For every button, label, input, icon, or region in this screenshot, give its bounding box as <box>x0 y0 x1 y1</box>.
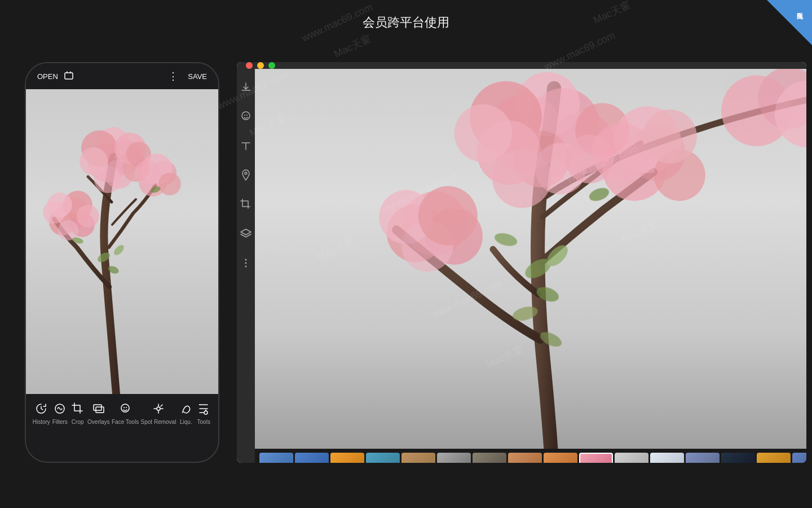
desktop-main-image <box>255 69 806 449</box>
svg-point-9 <box>47 192 72 217</box>
desktop-top-bar <box>237 62 806 69</box>
traffic-lights <box>246 62 275 69</box>
desktop-filmstrip <box>255 449 806 463</box>
filmstrip-item[interactable] <box>508 453 542 463</box>
filmstrip-item[interactable] <box>544 453 577 463</box>
svg-rect-0 <box>65 73 73 79</box>
svg-point-60 <box>492 148 551 208</box>
svg-rect-31 <box>94 405 102 410</box>
svg-point-79 <box>418 186 478 246</box>
sidebar-more-icon[interactable] <box>237 254 255 272</box>
svg-point-46 <box>245 266 247 268</box>
filmstrip-item[interactable] <box>295 453 329 463</box>
svg-point-23 <box>158 173 181 195</box>
filmstrip-item[interactable] <box>757 453 791 463</box>
mobile-panel: OPEN ⋮ SAVE <box>25 62 219 463</box>
sidebar-image-icon[interactable] <box>237 461 255 463</box>
svg-point-44 <box>245 259 247 261</box>
face-tools-icon <box>117 401 133 417</box>
filmstrip-item-selected[interactable] <box>579 453 613 463</box>
mobile-save-button[interactable]: SAVE <box>188 72 207 81</box>
desktop-content <box>237 69 806 463</box>
filmstrip-item[interactable] <box>473 453 506 463</box>
filmstrip-item[interactable] <box>721 453 755 463</box>
mobile-open-button[interactable]: OPEN <box>37 72 58 81</box>
svg-point-57 <box>454 104 513 163</box>
overlays-label: Overlays <box>87 419 109 425</box>
filmstrip-item[interactable] <box>686 453 720 463</box>
minimize-button[interactable] <box>257 62 264 69</box>
spot-removal-icon <box>151 401 166 417</box>
sidebar-crop-icon[interactable] <box>237 195 255 213</box>
history-icon <box>33 401 49 417</box>
mobile-tool-history[interactable]: History <box>33 401 50 425</box>
mobile-tool-crop[interactable]: Crop <box>70 401 86 425</box>
spot-removal-label: Spot Removal <box>141 419 176 425</box>
tools-icon <box>196 401 211 417</box>
mobile-image-area <box>26 89 218 394</box>
mobile-tool-tools[interactable]: Tools <box>196 401 211 425</box>
filmstrip-item[interactable] <box>259 453 293 463</box>
mobile-tool-face[interactable]: Face Tools <box>112 401 139 425</box>
mobile-tool-liquify[interactable]: Liqu. <box>178 401 194 425</box>
filters-icon <box>52 401 68 417</box>
svg-point-19 <box>94 166 121 193</box>
crop-icon <box>70 401 86 417</box>
svg-point-24 <box>135 160 160 185</box>
desktop-main-content <box>255 69 806 463</box>
crop-label: Crop <box>72 419 84 425</box>
svg-rect-32 <box>96 407 104 413</box>
svg-point-43 <box>245 172 247 174</box>
sidebar-text-icon[interactable] <box>237 137 255 155</box>
history-label: History <box>33 419 50 425</box>
mobile-more-icon[interactable]: ⋮ <box>168 70 179 82</box>
filmstrip-item[interactable] <box>330 453 364 463</box>
svg-point-35 <box>126 407 127 408</box>
mobile-tool-spot[interactable]: Spot Removal <box>141 401 176 425</box>
svg-point-8 <box>77 205 99 227</box>
mobile-bottom-toolbar: History Filters Crop <box>26 394 218 436</box>
svg-point-67 <box>643 110 697 164</box>
filters-label: Filters <box>52 419 68 425</box>
svg-point-34 <box>123 407 125 408</box>
app-title: 会员跨平台使用 <box>363 14 449 31</box>
svg-point-42 <box>246 115 248 116</box>
sidebar-download-icon[interactable] <box>237 78 255 96</box>
filmstrip-item[interactable] <box>650 453 684 463</box>
svg-point-38 <box>204 411 208 414</box>
sidebar-face-icon[interactable] <box>237 107 255 125</box>
filmstrip-item[interactable] <box>792 453 806 463</box>
maximize-button[interactable] <box>268 62 275 69</box>
title-bar: 会员跨平台使用 <box>0 0 812 45</box>
mobile-share-icon[interactable] <box>63 70 75 82</box>
close-button[interactable] <box>246 62 253 69</box>
mobile-tool-filters[interactable]: Filters <box>52 401 68 425</box>
sidebar-location-icon[interactable] <box>237 166 255 184</box>
desktop-panel <box>237 62 806 463</box>
mobile-toolbar: OPEN ⋮ SAVE <box>26 63 218 89</box>
tools-label: Tools <box>197 419 210 425</box>
face-tools-label: Face Tools <box>112 419 139 425</box>
svg-point-66 <box>592 123 651 182</box>
filmstrip-item[interactable] <box>401 453 435 463</box>
svg-point-45 <box>245 262 247 264</box>
sidebar-layers-icon[interactable] <box>237 225 255 243</box>
liquify-icon <box>178 401 194 417</box>
filmstrip-item[interactable] <box>615 453 648 463</box>
svg-point-36 <box>157 407 160 410</box>
filmstrip-item[interactable] <box>437 453 471 463</box>
desktop-sidebar <box>237 69 255 463</box>
filmstrip-item[interactable] <box>366 453 400 463</box>
svg-point-41 <box>244 115 245 116</box>
mobile-tool-overlays[interactable]: Overlays <box>87 401 109 425</box>
liquify-label: Liqu. <box>180 419 192 425</box>
corner-badge-text: 限免 <box>796 3 809 8</box>
overlays-icon <box>91 401 107 417</box>
